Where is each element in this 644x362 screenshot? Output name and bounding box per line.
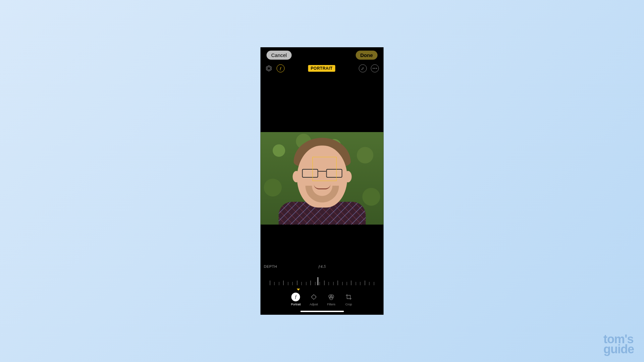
- top-bar: Cancel Done: [261, 47, 384, 62]
- svg-point-4: [376, 68, 377, 69]
- depth-label: DEPTH: [264, 264, 277, 268]
- watermark-logo: tom's guide: [603, 334, 634, 355]
- tab-label: Filters: [327, 303, 335, 306]
- photo-ear: [344, 171, 352, 182]
- tab-adjust[interactable]: Adjust: [310, 293, 318, 306]
- focus-indicator[interactable]: [312, 157, 336, 181]
- more-icon[interactable]: [371, 64, 379, 72]
- filters-tab-icon: [327, 293, 336, 301]
- done-button[interactable]: Done: [356, 51, 378, 60]
- markup-icon[interactable]: [359, 64, 367, 72]
- slider-marker[interactable]: [318, 277, 318, 285]
- edit-tabs: ƒ Portrait Adjust Filters Crop: [261, 288, 384, 309]
- svg-point-5: [312, 295, 316, 299]
- photo-editor-screen: Cancel Done ƒ PORTRAIT: [261, 47, 384, 315]
- adjust-tab-icon: [310, 293, 318, 301]
- depth-readout: DEPTH ƒ4.5: [261, 259, 384, 271]
- svg-point-3: [374, 68, 375, 69]
- tab-label: Adjust: [310, 303, 318, 306]
- depth-value: ƒ4.5: [318, 264, 326, 269]
- cancel-button[interactable]: Cancel: [267, 51, 292, 60]
- tab-label: Portrait: [291, 303, 301, 306]
- depth-slider[interactable]: [270, 275, 374, 285]
- tab-filters[interactable]: Filters: [327, 293, 336, 306]
- aperture-icon[interactable]: ƒ: [277, 64, 285, 72]
- tab-crop[interactable]: Crop: [344, 293, 353, 306]
- tool-row: ƒ PORTRAIT: [261, 62, 384, 76]
- crop-tab-icon: [344, 293, 353, 301]
- tab-label: Crop: [345, 303, 352, 306]
- active-tab-caret-icon: [297, 289, 300, 291]
- photo-ear: [292, 171, 300, 182]
- tab-portrait[interactable]: ƒ Portrait: [291, 293, 301, 306]
- home-indicator[interactable]: [300, 311, 344, 312]
- portrait-tab-icon: ƒ: [291, 293, 300, 301]
- svg-marker-1: [267, 67, 270, 70]
- mode-badge[interactable]: PORTRAIT: [308, 65, 335, 72]
- svg-marker-0: [266, 66, 271, 71]
- photo-preview[interactable]: [261, 132, 384, 225]
- slider-ticks: [270, 275, 374, 285]
- lighting-icon[interactable]: [265, 65, 273, 72]
- svg-point-2: [373, 68, 374, 69]
- watermark-line2: guide: [603, 344, 634, 355]
